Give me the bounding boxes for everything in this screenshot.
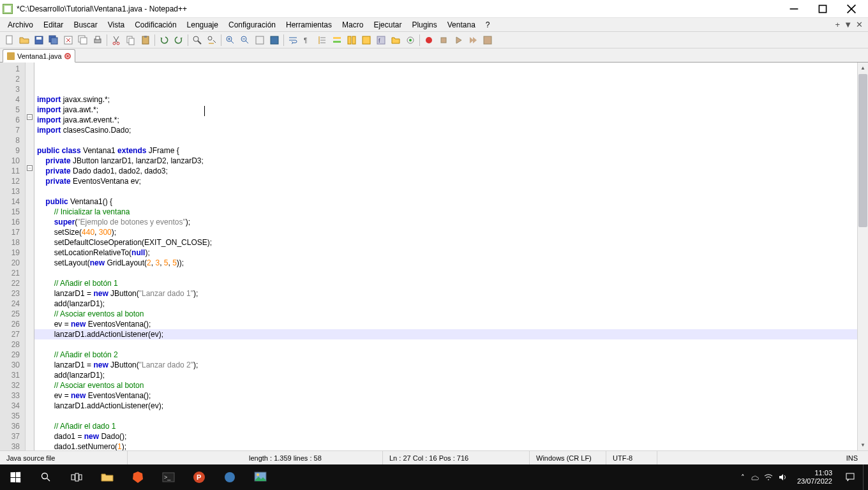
tray-chevron-icon[interactable]: ˄ <box>741 473 745 482</box>
svg-rect-44 <box>352 36 355 44</box>
find-button[interactable] <box>190 33 204 47</box>
menu-codificacion[interactable]: Codificación <box>130 19 181 31</box>
cut-button[interactable] <box>109 33 123 47</box>
scrollbar-thumb[interactable] <box>858 74 867 227</box>
taskbar-app2[interactable] <box>245 464 276 490</box>
code-area[interactable]: import javax.swing.*;import java.awt.*;i… <box>34 63 857 450</box>
statusbar: Java source file length : 1.359 lines : … <box>0 450 868 464</box>
fold-toggle-icon[interactable]: − <box>27 165 33 171</box>
func-list-button[interactable]: f <box>374 33 388 47</box>
open-file-button[interactable] <box>17 33 31 47</box>
indent-guide-button[interactable] <box>315 33 329 47</box>
taskbar-powerpoint[interactable]: P <box>184 464 214 490</box>
udl-button[interactable] <box>330 33 344 47</box>
vertical-scrollbar[interactable]: ▲ ▼ <box>857 63 868 450</box>
doc-map-button[interactable] <box>345 33 359 47</box>
toolbar-x-icon[interactable]: ✕ <box>856 20 863 29</box>
tab-label: Ventana1.java <box>17 52 62 60</box>
menu-ventana[interactable]: Ventana <box>442 19 481 31</box>
close-file-button[interactable] <box>61 33 75 47</box>
tab-ventana1[interactable]: Ventana1.java <box>3 49 75 63</box>
close-button[interactable] <box>837 0 865 18</box>
taskbar-explorer[interactable] <box>92 464 123 490</box>
menu-macro[interactable]: Macro <box>337 19 368 31</box>
undo-button[interactable] <box>157 33 171 47</box>
tray-onedrive-icon[interactable] <box>750 473 759 482</box>
toolbar-add-icon[interactable]: + <box>835 20 841 29</box>
play-macro-button[interactable] <box>451 33 465 47</box>
taskbar: >_ P ˄ 11:03 23/07/2022 <box>0 464 868 490</box>
svg-point-19 <box>117 42 119 45</box>
save-all-button[interactable] <box>47 33 61 47</box>
close-all-button[interactable] <box>76 33 90 47</box>
save-button[interactable] <box>32 33 46 47</box>
menu-editar[interactable]: Editar <box>38 19 68 31</box>
start-button[interactable] <box>0 464 31 490</box>
menu-buscar[interactable]: Buscar <box>68 19 102 31</box>
svg-rect-35 <box>271 36 278 44</box>
redo-button[interactable] <box>172 33 186 47</box>
svg-text:P: P <box>197 473 201 481</box>
tabbar: Ventana1.java <box>0 48 868 63</box>
svg-rect-15 <box>96 36 100 40</box>
wordwrap-button[interactable] <box>286 33 300 47</box>
tray-wifi-icon[interactable] <box>764 473 773 482</box>
taskbar-app1[interactable] <box>214 464 245 490</box>
svg-point-18 <box>113 42 116 45</box>
search-button[interactable] <box>31 464 61 490</box>
menu-vista[interactable]: Vista <box>103 19 130 31</box>
taskbar-clock[interactable]: 11:03 23/07/2022 <box>792 469 837 486</box>
copy-button[interactable] <box>124 33 138 47</box>
taskview-button[interactable] <box>61 464 92 490</box>
record-macro-button[interactable] <box>422 33 436 47</box>
svg-rect-23 <box>144 36 147 38</box>
app-icon <box>3 4 13 14</box>
print-button[interactable] <box>91 33 105 47</box>
monitoring-button[interactable] <box>403 33 417 47</box>
svg-rect-41 <box>333 37 341 39</box>
minimize-button[interactable] <box>779 0 808 18</box>
menu-ejecutar[interactable]: Ejecutar <box>368 19 407 31</box>
action-center-button[interactable] <box>837 464 863 490</box>
status-eol[interactable]: Windows (CR LF) <box>530 451 606 464</box>
scroll-up-icon[interactable]: ▲ <box>858 63 868 73</box>
status-encoding[interactable]: UTF-8 <box>606 451 657 464</box>
tray-volume-icon[interactable] <box>778 473 787 482</box>
new-file-button[interactable] <box>3 33 17 47</box>
svg-rect-34 <box>256 36 264 44</box>
replace-button[interactable] <box>205 33 219 47</box>
editor[interactable]: 1234567891011121314151617181920212223242… <box>0 63 868 450</box>
maximize-button[interactable] <box>808 0 837 18</box>
svg-point-64 <box>257 473 259 476</box>
sync-h-button[interactable] <box>267 33 281 47</box>
svg-rect-8 <box>51 38 57 44</box>
status-ins[interactable]: INS <box>657 451 868 464</box>
system-tray[interactable]: ˄ <box>736 473 792 482</box>
show-all-chars-button[interactable]: ¶ <box>301 33 315 47</box>
menu-lenguaje[interactable]: Lenguaje <box>182 19 223 31</box>
svg-rect-45 <box>363 36 370 44</box>
menu-herramientas[interactable]: Herramientas <box>281 19 337 31</box>
menu-archivo[interactable]: Archivo <box>3 19 38 31</box>
paste-button[interactable] <box>138 33 153 47</box>
menu-configuracion[interactable]: Configuración <box>223 19 281 31</box>
zoom-out-button[interactable] <box>238 33 252 47</box>
fold-toggle-icon[interactable]: − <box>27 114 33 120</box>
taskbar-terminal[interactable]: >_ <box>153 464 184 490</box>
unsaved-indicator-icon <box>64 53 71 59</box>
save-macro-button[interactable] <box>481 33 495 47</box>
play-multi-button[interactable] <box>466 33 480 47</box>
sync-v-button[interactable] <box>253 33 267 47</box>
svg-rect-13 <box>80 38 87 44</box>
zoom-in-button[interactable] <box>223 33 237 47</box>
folder-view-button[interactable] <box>389 33 403 47</box>
scroll-down-icon[interactable]: ▼ <box>858 440 868 450</box>
menu-plugins[interactable]: Plugins <box>407 19 442 31</box>
menu-help[interactable]: ? <box>481 19 495 31</box>
stop-macro-button[interactable] <box>437 33 451 47</box>
svg-rect-42 <box>333 41 341 43</box>
doc-list-button[interactable] <box>359 33 373 47</box>
toolbar-dropdown-icon[interactable]: ▼ <box>844 20 852 29</box>
taskbar-brave[interactable] <box>123 464 153 490</box>
show-desktop-button[interactable] <box>863 464 867 490</box>
